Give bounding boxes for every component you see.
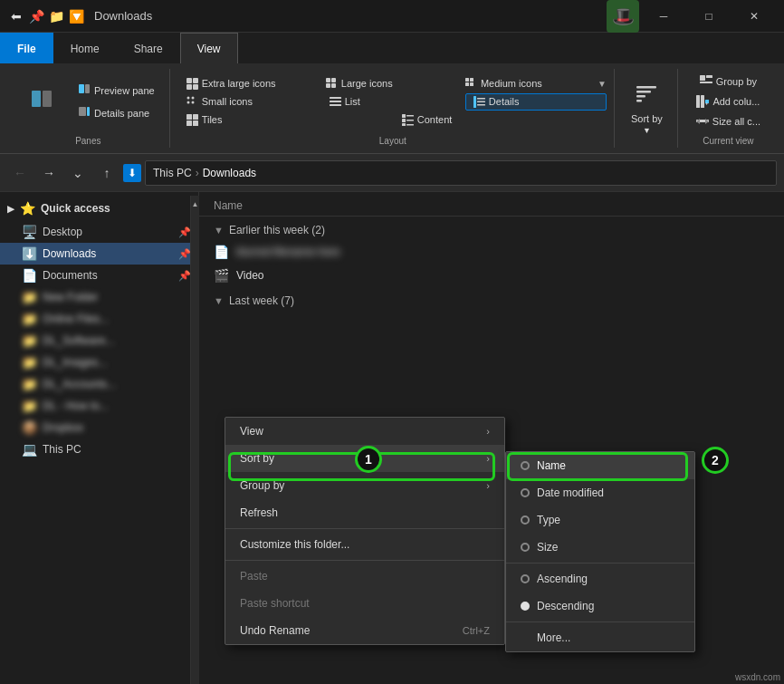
close-button[interactable]: ✕ <box>733 0 775 33</box>
sub-menu-size[interactable]: Size <box>506 534 694 561</box>
breadcrumb-thispc[interactable]: This PC <box>153 167 192 179</box>
panes-label: Panes <box>14 132 162 146</box>
minimize-button[interactable]: ─ <box>643 0 684 33</box>
svg-rect-40 <box>636 91 651 93</box>
group-by-button[interactable]: Group by <box>693 72 764 91</box>
context-menu-refresh[interactable]: Refresh <box>225 499 504 526</box>
sub-menu-date-label: Date modified <box>537 487 604 499</box>
window-title: Downloads <box>94 9 152 23</box>
context-menu-undo-rename[interactable]: Undo Rename Ctrl+Z <box>225 617 504 644</box>
medium-icons-button[interactable]: Medium icons <box>458 76 594 92</box>
sidebar-item-dropbox[interactable]: 📦 Dropbox <box>0 417 198 438</box>
large-icons-button[interactable]: Large icons <box>319 76 454 92</box>
ribbon-group-current-view: Group by + Add colu... Size all c... Cur… <box>680 69 777 148</box>
svg-rect-37 <box>402 123 406 126</box>
svg-rect-33 <box>402 114 406 118</box>
sidebar-item-downloads[interactable]: ⬇️ Downloads 📌 <box>0 243 198 265</box>
desktop-icon: 🖥️ <box>22 225 37 239</box>
list-button[interactable]: List <box>322 94 462 110</box>
context-menu-paste-shortcut: Paste shortcut <box>225 590 504 617</box>
sidebar-item-dl-images[interactable]: 📁 DL_Images... <box>0 352 198 373</box>
file-item-video[interactable]: 🎬 Video <box>199 264 784 287</box>
sidebar-item-dl-software[interactable]: 📁 DL_Software... <box>0 330 198 352</box>
sidebar-item-desktop[interactable]: 🖥️ Desktop 📌 <box>0 221 198 243</box>
type-radio <box>521 515 530 525</box>
file-item-blurred[interactable]: 📄 blurred-filename-here <box>199 240 784 264</box>
sub-menu-type[interactable]: Type <box>506 506 694 534</box>
sub-menu-date-modified[interactable]: Date modified <box>506 479 694 506</box>
svg-rect-14 <box>465 78 469 82</box>
file-video-icon: 🎬 <box>214 268 229 283</box>
folder-icon[interactable]: 📁 <box>49 9 63 24</box>
extra-large-icons-button[interactable]: Extra large icons <box>179 76 315 92</box>
column-name: Name <box>214 199 243 212</box>
sidebar-scroll-up[interactable]: ▲ <box>191 197 200 210</box>
downloads-icon: ⬇️ <box>22 246 37 261</box>
svg-rect-10 <box>326 78 330 82</box>
pin-downloads-icon: 📌 <box>178 248 191 260</box>
context-sortby-arrow: › <box>486 453 490 464</box>
window-controls: 🎩 ─ □ ✕ <box>599 0 775 33</box>
context-menu-view[interactable]: View › <box>225 418 504 445</box>
preview-pane-button[interactable]: Preview pane <box>71 80 162 101</box>
sidebar-item-new-folder[interactable]: 📁 New Folder <box>0 286 198 308</box>
tiles-button[interactable]: Tiles <box>179 112 391 128</box>
context-undo-label: Undo Rename <box>240 624 455 637</box>
layout-label: Layout <box>179 132 607 146</box>
ribbon-group-layout: Extra large icons Large icons Medium ico… <box>172 69 615 148</box>
sub-menu-descending[interactable]: Descending <box>506 592 694 620</box>
forward-button[interactable]: → <box>36 160 62 186</box>
sidebar-item-dl-howto[interactable]: 📁 DL - How to... <box>0 395 198 417</box>
name-radio <box>521 461 530 470</box>
group-header-lastweek[interactable]: ▼ Last week (7) <box>199 287 784 311</box>
tab-share[interactable]: Share <box>117 33 180 63</box>
svg-rect-25 <box>473 96 476 108</box>
tab-view[interactable]: View <box>180 33 238 63</box>
back-button[interactable]: ← <box>7 160 33 186</box>
sidebar-item-thispc[interactable]: 💻 This PC <box>0 438 198 460</box>
size-all-columns-button[interactable]: Size all c... <box>689 112 768 130</box>
sub-menu-ascending[interactable]: Ascending <box>506 565 694 592</box>
details-pane-button[interactable]: Details pane <box>71 102 162 123</box>
sort-by-ribbon-button[interactable]: Sort by ▼ <box>624 79 670 139</box>
svg-rect-31 <box>186 120 192 126</box>
step-circle-1: 1 <box>355 446 382 473</box>
layout-expand-btn[interactable]: ▼ <box>598 79 607 89</box>
chevron-down-icon: ▶ <box>7 204 14 214</box>
recent-locations-button[interactable]: ⌄ <box>65 160 91 186</box>
sub-menu-name[interactable]: Name <box>506 452 694 479</box>
sidebar-item-desktop-label: Desktop <box>43 226 173 238</box>
sidebar-scrollbar[interactable]: ▲ <box>190 196 199 684</box>
svg-rect-4 <box>79 107 86 116</box>
sub-menu-ascending-label: Ascending <box>537 573 588 585</box>
context-divider-1 <box>225 528 504 529</box>
content-header: Name <box>199 192 784 217</box>
small-icons-button[interactable]: Small icons <box>179 94 319 110</box>
svg-rect-41 <box>636 95 645 98</box>
add-columns-button[interactable]: + Add colu... <box>689 92 767 111</box>
content-button[interactable]: Content <box>395 112 607 128</box>
quick-access-icon[interactable]: 🔽 <box>69 9 83 24</box>
maximize-button[interactable]: □ <box>688 0 730 33</box>
sub-menu-more[interactable]: More... <box>506 624 694 651</box>
svg-rect-28 <box>477 104 485 106</box>
sidebar-item-dl-accounts[interactable]: 📁 DL_Accounts... <box>0 373 198 395</box>
sidebar-item-documents[interactable]: 📄 Documents 📌 <box>0 265 198 286</box>
group-header-earlier[interactable]: ▼ Earlier this week (2) <box>199 217 784 240</box>
sidebar-item-online-files[interactable]: 📁 Online Files... <box>0 308 198 330</box>
ribbon-content: Preview pane Details pane Panes <box>0 63 784 153</box>
up-button[interactable]: ↑ <box>94 160 120 186</box>
context-menu-customize[interactable]: Customize this folder... <box>225 531 504 558</box>
tab-home[interactable]: Home <box>53 33 117 63</box>
breadcrumb-downloads[interactable]: Downloads <box>203 167 256 179</box>
pin-icon[interactable]: 📌 <box>29 9 43 24</box>
sidebar-item-folder3-label: DL_Software... <box>43 334 191 347</box>
context-menu-groupby[interactable]: Group by › <box>225 472 504 499</box>
tab-file[interactable]: File <box>0 33 53 63</box>
panes-icon-btn[interactable] <box>14 83 69 120</box>
details-button[interactable]: Details <box>465 93 607 111</box>
folder-5-icon: 📁 <box>22 377 37 391</box>
back-icon[interactable]: ⬅ <box>9 9 24 24</box>
quick-access-header[interactable]: ▶ ⭐ Quick access <box>0 196 198 221</box>
address-bar[interactable]: This PC › Downloads <box>145 160 777 186</box>
